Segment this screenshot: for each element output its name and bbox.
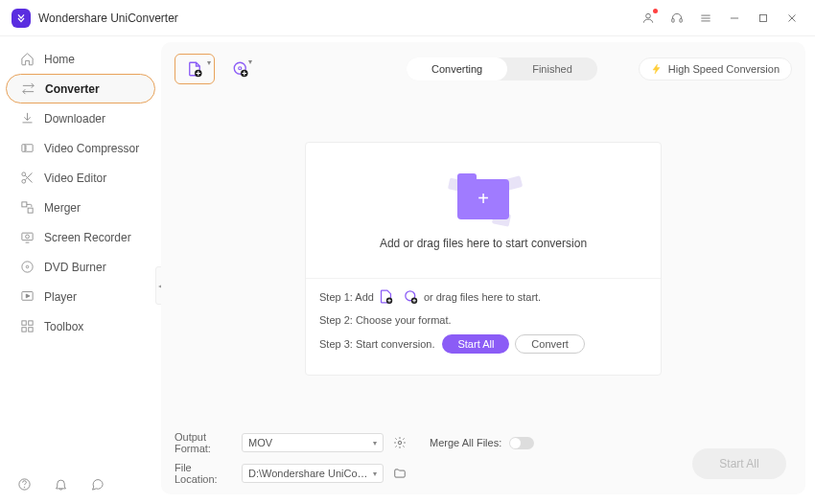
- svg-point-17: [21, 262, 32, 272]
- sidebar-item-label: Video Editor: [44, 172, 106, 185]
- headset-icon[interactable]: [665, 7, 688, 30]
- sidebar: Home Converter Downloader Video Compress…: [0, 36, 161, 504]
- sidebar-item-merger[interactable]: Merger: [0, 193, 161, 222]
- chevron-down-icon: ▾: [248, 57, 252, 66]
- svg-rect-22: [21, 328, 25, 332]
- recorder-icon: [19, 230, 35, 245]
- sidebar-item-label: Downloader: [44, 112, 105, 126]
- maximize-button[interactable]: [752, 7, 775, 30]
- help-icon[interactable]: [17, 477, 33, 493]
- add-dvd-mini-icon: [403, 288, 420, 306]
- step1-label: Step 1: Add: [319, 288, 374, 306]
- output-format-value: MOV: [248, 437, 272, 448]
- folder-illustration: +: [445, 172, 522, 227]
- sidebar-item-label: Home: [44, 53, 75, 66]
- sidebar-item-converter[interactable]: Converter: [6, 74, 155, 103]
- svg-point-18: [26, 265, 29, 268]
- file-location-value: D:\Wondershare UniConverter: [248, 468, 373, 479]
- sidebar-item-recorder[interactable]: Screen Recorder: [0, 222, 161, 252]
- sidebar-item-label: DVD Burner: [44, 261, 106, 274]
- svg-rect-15: [21, 233, 32, 241]
- menu-icon[interactable]: [694, 7, 717, 30]
- add-file-button[interactable]: ▾: [175, 54, 215, 84]
- svg-point-28: [239, 67, 242, 70]
- svg-rect-2: [680, 18, 682, 21]
- svg-rect-23: [28, 328, 32, 332]
- download-icon: [19, 111, 35, 126]
- chevron-down-icon: ▾: [207, 58, 211, 67]
- svg-rect-20: [21, 321, 25, 325]
- drop-zone[interactable]: + Add or drag files here to start conver…: [305, 142, 662, 376]
- settings-icon[interactable]: [391, 434, 408, 451]
- svg-point-11: [21, 172, 25, 176]
- sidebar-item-label: Screen Recorder: [44, 231, 131, 244]
- disc-icon: [19, 260, 35, 275]
- merge-label: Merge All Files:: [430, 437, 501, 448]
- app-logo: [12, 9, 31, 28]
- step2-label: Step 2: Choose your format.: [319, 311, 452, 329]
- converter-icon: [20, 81, 35, 97]
- open-folder-icon[interactable]: [391, 465, 408, 482]
- sidebar-item-label: Converter: [45, 82, 100, 96]
- sidebar-item-editor[interactable]: Video Editor: [0, 163, 161, 193]
- file-location-label: File Location:: [175, 462, 234, 485]
- merger-icon: [19, 200, 35, 216]
- add-file-mini-icon: [378, 288, 395, 306]
- svg-rect-1: [672, 18, 674, 21]
- start-all-button[interactable]: Start All: [692, 448, 786, 479]
- sidebar-item-player[interactable]: Player: [0, 282, 161, 311]
- grid-icon: [19, 319, 35, 334]
- close-button[interactable]: [780, 7, 803, 30]
- file-location-select[interactable]: D:\Wondershare UniConverter ▾: [242, 464, 384, 483]
- step1-label2: or drag files here to start.: [424, 288, 541, 306]
- sidebar-item-label: Player: [44, 290, 77, 304]
- home-icon: [19, 52, 35, 67]
- convert-step-button[interactable]: Convert: [515, 334, 585, 354]
- tab-converting[interactable]: Converting: [407, 57, 507, 80]
- scissors-icon: [19, 171, 35, 186]
- start-all-label: Start All: [719, 457, 758, 470]
- svg-point-0: [646, 13, 651, 18]
- output-format-label: Output Format:: [175, 431, 234, 454]
- sidebar-item-downloader[interactable]: Downloader: [0, 103, 161, 133]
- svg-rect-13: [21, 202, 26, 207]
- output-format-select[interactable]: MOV ▾: [242, 433, 384, 452]
- svg-point-25: [24, 487, 25, 488]
- merge-toggle[interactable]: [509, 437, 534, 449]
- svg-rect-10: [21, 145, 32, 152]
- sidebar-item-label: Video Compressor: [44, 142, 139, 155]
- minimize-button[interactable]: [723, 7, 746, 30]
- svg-rect-21: [28, 321, 32, 325]
- svg-rect-14: [28, 208, 33, 213]
- step3-label: Step 3: Start conversion.: [319, 335, 434, 353]
- add-dvd-button[interactable]: ▾: [226, 54, 255, 84]
- user-icon[interactable]: [637, 7, 660, 30]
- svg-point-12: [21, 179, 25, 183]
- svg-point-16: [25, 235, 29, 239]
- play-icon: [19, 289, 35, 305]
- svg-rect-7: [760, 14, 767, 21]
- app-title: Wondershare UniConverter: [38, 11, 178, 25]
- start-all-step-button[interactable]: Start All: [442, 334, 509, 354]
- sidebar-item-home[interactable]: Home: [0, 44, 161, 74]
- high-speed-conversion-button[interactable]: High Speed Conversion: [639, 57, 792, 80]
- chevron-down-icon: ▾: [373, 470, 377, 478]
- hsc-label: High Speed Conversion: [668, 63, 780, 75]
- sidebar-item-toolbox[interactable]: Toolbox: [0, 311, 161, 341]
- sidebar-item-dvd[interactable]: DVD Burner: [0, 252, 161, 282]
- chevron-down-icon: ▾: [373, 439, 377, 447]
- sidebar-item-label: Merger: [44, 201, 81, 215]
- drop-text: Add or drag files here to start conversi…: [380, 237, 587, 250]
- compressor-icon: [19, 141, 35, 156]
- tab-finished[interactable]: Finished: [507, 57, 597, 80]
- svg-point-33: [398, 441, 402, 445]
- bell-icon[interactable]: [54, 477, 69, 493]
- sidebar-item-label: Toolbox: [44, 320, 83, 333]
- sidebar-item-compressor[interactable]: Video Compressor: [0, 133, 161, 163]
- chat-icon[interactable]: [90, 477, 105, 493]
- conversion-tabs: Converting Finished: [407, 57, 597, 80]
